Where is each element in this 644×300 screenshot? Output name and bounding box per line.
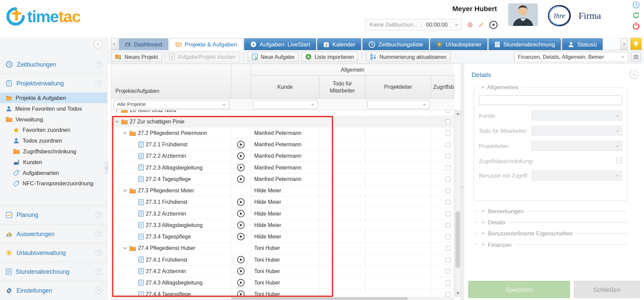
column-header-projektleiter[interactable]: Projektleiter [366,76,431,99]
sidebar-group-einstellungen[interactable]: Einstellungen? [0,281,107,300]
project-filter-select[interactable]: Alle Projekte [114,100,229,109]
section-details[interactable]: Details [474,217,627,228]
scroll-up-arrow[interactable] [455,111,461,117]
chevron-right-icon[interactable] [115,110,119,112]
chevron-down-icon[interactable] [123,131,127,135]
sidebar-group-planung[interactable]: Planung? [0,205,107,224]
zugriffsbeschraenkung-checkbox[interactable] [616,157,622,163]
sidebar-collapse-button[interactable] [94,40,102,49]
table-row[interactable]: 27.3.3 AlltagsbegleitungHilde Meier [111,220,454,231]
zugriff-checkbox[interactable] [445,130,450,136]
sidebar-item-verwaltung[interactable]: Verwaltung [0,114,107,125]
sidebar-item-projekte-aufgaben[interactable]: Projekte & Aufgaben [0,92,107,103]
start-timer-button[interactable] [237,210,245,217]
help-icon[interactable]: ? [95,230,102,237]
benutzer-select[interactable] [531,171,622,180]
horizontal-scrollbar-thumb[interactable] [231,297,408,300]
start-timer-button[interactable] [237,152,245,160]
chevron-down-icon[interactable] [115,119,119,124]
table-row[interactable]: 27.2.2 ArztterminManfred Petermann [111,150,454,162]
tab-scroll-right[interactable] [620,38,628,50]
zugriff-checkbox[interactable] [445,246,450,251]
scroll-down-arrow[interactable] [455,290,461,296]
vertical-scrollbar-thumb[interactable] [456,211,460,268]
section-bemerkungen[interactable]: Bemerkungen [474,205,627,217]
sidebar-item-kunden[interactable]: Kunden [0,157,107,167]
help-icon[interactable]: ? [95,61,102,68]
sidebar-item-aufgabenarten[interactable]: Aufgabenarten [0,167,107,178]
splitter-collapse-icon[interactable] [461,181,464,193]
sidebar-group-auswertungen[interactable]: Auswertungen? [0,224,107,243]
tab-dashboard[interactable]: Dashboard [119,38,168,50]
kunde-select[interactable] [531,111,622,120]
help-icon[interactable]: ? [95,249,102,256]
table-row[interactable]: 26 Team Graz Nord [111,110,454,116]
toolbar-button-aufgabe-projekt-l-schen[interactable]: Aufgabe/Projekt löschen [165,51,240,62]
table-row[interactable]: 27.3.4 TagespflegeHilde Meier [111,231,454,242]
details-collapse-button[interactable] [630,70,638,79]
start-timer-button[interactable] [237,267,245,275]
start-timer-button[interactable] [237,198,245,206]
help-icon[interactable]: ? [95,80,102,87]
help-icon[interactable]: ? [95,268,102,275]
close-button[interactable]: Schließen [574,281,640,298]
help-icon[interactable]: ? [95,287,102,294]
grid-menu-button[interactable] [631,51,641,62]
zugriff-checkbox[interactable] [445,177,450,182]
sidebar-group-urlaubsverwaltung[interactable]: Urlaubsverwaltung? [0,243,107,262]
zugriff-checkbox[interactable] [445,200,450,205]
chevron-down-icon[interactable] [123,246,127,250]
table-row[interactable]: 27.4.4 TagespflegeToni Huber [111,289,454,297]
projektleiter-select[interactable] [531,141,622,151]
edit-icon[interactable] [478,22,485,28]
tab-scroll-left[interactable] [111,38,118,50]
start-timer-button[interactable] [237,290,245,297]
zugriff-checkbox[interactable] [445,188,450,193]
table-row[interactable]: 27 Zur schattigen Pinie [111,116,454,127]
zugriff-checkbox[interactable] [445,223,450,228]
zugriff-checkbox[interactable] [445,119,450,124]
help-circle-button[interactable]: ? [632,1,640,9]
zugriff-checkbox[interactable] [445,165,450,170]
chevron-down-icon[interactable] [123,188,127,193]
sidebar-item-favoriten-zuordnen[interactable]: Favoriten zuordnen [0,124,107,135]
record-icon[interactable] [467,21,474,28]
column-view-select[interactable]: Finanzen, Details, Allgemein, Bemer [514,51,629,62]
panel-splitter[interactable] [461,64,464,300]
chevron-up-icon[interactable] [480,85,485,89]
zugriff-checkbox[interactable] [445,292,450,297]
start-timer-button[interactable] [237,279,245,287]
start-timer-button[interactable] [237,164,245,172]
chevron-down-icon[interactable] [452,23,462,27]
vertical-scrollbar[interactable] [454,110,461,297]
project-name-input[interactable] [479,96,622,105]
sidebar-item-nfc-transponderzuordnung[interactable]: NFC-Transponderzuordnung [0,178,107,189]
sidebar-group-zeitbuchungen[interactable]: Zeitbuchungen? [0,55,107,74]
tips-lightbulb-button[interactable] [631,38,642,49]
zugriff-checkbox[interactable] [445,269,450,274]
table-row[interactable]: 27.3.1 FrühdienstHilde Meier [111,196,454,208]
horizontal-scrollbar[interactable] [111,297,454,300]
table-row[interactable]: 27.2.1 FrühdienstManfred Petermann [111,139,454,150]
table-row[interactable]: 27.4.3 AlltagsbegleitungToni Huber [111,277,454,289]
todo-select[interactable] [531,126,622,136]
play-button[interactable] [489,21,498,29]
sidebar-item-meine-favoriten-und-todos[interactable]: Meine Favoriten und Todos [0,103,107,114]
kunde-filter-select[interactable] [253,100,318,109]
start-timer-button[interactable] [237,233,245,240]
column-header-zugriff[interactable]: Zugriffsbe [431,76,454,99]
section-finanzen[interactable]: Finanzen [474,239,627,250]
toolbar-button-neues-projekt[interactable]: Neues Projekt [111,51,162,62]
toolbar-button-nummerierung-aktualisieren[interactable]: 12Nummerierung aktualisieren [366,51,450,62]
tab-urlaubsplaner[interactable]: Urlaubsplaner [430,38,487,50]
projektleiter-filter-select[interactable] [367,100,430,109]
zugriff-checkbox[interactable] [445,211,450,216]
save-button[interactable]: Speichern [468,281,570,298]
start-timer-button[interactable] [237,256,245,263]
tree-column-header[interactable]: Projekte/Aufgaben [111,64,231,99]
table-row[interactable]: 27.4 Pflegedienst HuberToni Huber [111,242,454,254]
zugriff-checkbox[interactable] [445,257,450,262]
timer-widget[interactable]: Keine Zeitbuchun... 00:00:00 [365,19,462,30]
section-benutzerdefinierte-eigenschaften[interactable]: Benutzerdefinierte Eigenschaften [474,228,627,239]
toolbar-button-liste-importieren[interactable]: Liste importieren [301,51,358,62]
